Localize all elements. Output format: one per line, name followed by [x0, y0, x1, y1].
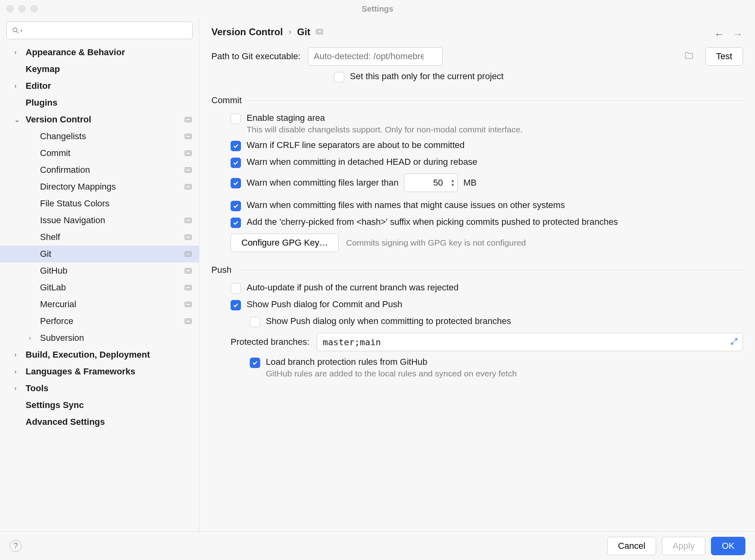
settings-sidebar: ▾ ›Appearance & BehaviorKeymap›EditorPlu…: [0, 18, 199, 531]
gpg-hint: Commits signing with GPG key is not conf…: [346, 238, 526, 248]
sidebar-item-label: Shelf: [40, 232, 60, 242]
cherry-suffix-checkbox[interactable]: [231, 218, 241, 228]
sidebar-item-plugins[interactable]: Plugins: [0, 94, 199, 111]
test-button[interactable]: Test: [705, 47, 743, 66]
sidebar-item-label: Mercurial: [40, 299, 76, 310]
sidebar-item-perforce[interactable]: Perforce: [0, 313, 199, 330]
scope-icon: [185, 268, 192, 274]
section-divider: [239, 270, 743, 270]
path-scope-checkbox[interactable]: [334, 72, 344, 82]
sidebar-item-tools[interactable]: ›Tools: [0, 380, 199, 397]
svg-rect-13: [186, 219, 190, 222]
scope-icon: [185, 251, 192, 257]
sidebar-item-github[interactable]: GitHub: [0, 262, 199, 279]
show-push-checkbox[interactable]: [231, 300, 241, 310]
git-path-label: Path to Git executable:: [211, 51, 301, 62]
sidebar-item-gitlab[interactable]: GitLab: [0, 279, 199, 296]
folder-icon[interactable]: [685, 52, 693, 62]
svg-rect-15: [186, 236, 190, 238]
sidebar-item-label: Subversion: [40, 333, 84, 343]
warn-names-checkbox[interactable]: [231, 201, 241, 211]
warn-large-value: 50: [433, 178, 443, 188]
sidebar-item-advanced-settings[interactable]: Advanced Settings: [0, 414, 199, 430]
scope-icon: [185, 117, 192, 122]
sidebar-item-label: File Status Colors: [40, 198, 110, 209]
chevron-right-icon: ›: [29, 334, 34, 342]
sidebar-item-label: Tools: [26, 383, 48, 394]
warn-detached-checkbox[interactable]: [231, 158, 241, 168]
sidebar-item-mercurial[interactable]: Mercurial: [0, 296, 199, 313]
titlebar: Settings: [0, 0, 755, 18]
sidebar-item-issue-navigation[interactable]: Issue Navigation: [0, 212, 199, 229]
scope-icon: [185, 184, 192, 190]
scope-icon: [185, 234, 192, 240]
sidebar-item-languages-frameworks[interactable]: ›Languages & Frameworks: [0, 363, 199, 380]
warn-detached-label: Warn when committing in detached HEAD or…: [247, 157, 477, 167]
nav-forward-icon[interactable]: →: [733, 28, 743, 40]
commit-section-title: Commit: [211, 95, 242, 106]
warn-crlf-checkbox[interactable]: [231, 141, 241, 151]
auto-update-checkbox[interactable]: [231, 283, 241, 294]
sidebar-item-label: Issue Navigation: [40, 215, 105, 226]
show-push-label: Show Push dialog for Commit and Push: [247, 299, 402, 310]
show-push-protected-checkbox[interactable]: [250, 317, 260, 327]
chevron-right-icon: ›: [14, 385, 20, 392]
chevron-right-icon: ›: [14, 368, 20, 375]
svg-rect-27: [317, 30, 321, 33]
load-github-checkbox[interactable]: [250, 358, 260, 368]
svg-rect-7: [186, 152, 190, 154]
sidebar-item-editor[interactable]: ›Editor: [0, 78, 199, 94]
scope-icon: [185, 150, 192, 156]
svg-rect-9: [186, 169, 190, 171]
settings-tree: ›Appearance & BehaviorKeymap›EditorPlugi…: [0, 44, 199, 430]
sidebar-item-label: Confirmation: [40, 165, 90, 175]
help-icon[interactable]: ?: [10, 540, 22, 552]
sidebar-item-build-execution-deployment[interactable]: ›Build, Execution, Deployment: [0, 346, 199, 363]
warn-large-checkbox[interactable]: [231, 178, 241, 188]
sidebar-item-label: Build, Execution, Deployment: [26, 350, 150, 360]
auto-update-label: Auto-update if push of the current branc…: [247, 282, 459, 293]
sidebar-item-git[interactable]: Git: [0, 246, 199, 262]
sidebar-item-label: Appearance & Behavior: [26, 47, 125, 58]
sidebar-item-shelf[interactable]: Shelf: [0, 229, 199, 246]
sidebar-item-directory-mappings[interactable]: Directory Mappings: [0, 178, 199, 195]
warn-large-value-input[interactable]: 50 ▲▼: [404, 174, 458, 192]
expand-icon[interactable]: [731, 337, 738, 347]
nav-back-icon[interactable]: ←: [714, 28, 725, 40]
sidebar-item-settings-sync[interactable]: Settings Sync: [0, 397, 199, 414]
sidebar-item-label: Settings Sync: [26, 400, 84, 410]
enable-staging-label: Enable staging area: [247, 113, 523, 123]
sidebar-item-label: Advanced Settings: [26, 417, 105, 427]
enable-staging-checkbox[interactable]: [231, 114, 241, 124]
protected-branches-input[interactable]: master;main: [317, 333, 743, 351]
search-input[interactable]: ▾: [6, 22, 193, 39]
protected-branches-value: master;main: [323, 337, 381, 347]
sidebar-item-subversion[interactable]: ›Subversion: [0, 330, 199, 346]
apply-button[interactable]: Apply: [662, 537, 705, 555]
enable-staging-hint: This will disable changelists support. O…: [247, 125, 523, 134]
cancel-button[interactable]: Cancel: [607, 537, 656, 555]
spinner-icon[interactable]: ▲▼: [451, 178, 455, 187]
warn-large-unit: MB: [463, 178, 476, 188]
svg-rect-21: [186, 286, 190, 289]
sidebar-item-appearance-behavior[interactable]: ›Appearance & Behavior: [0, 44, 199, 61]
sidebar-item-version-control[interactable]: ⌄Version Control: [0, 111, 199, 128]
scope-icon: [185, 318, 192, 324]
sidebar-item-file-status-colors[interactable]: File Status Colors: [0, 195, 199, 212]
configure-gpg-button[interactable]: Configure GPG Key…: [231, 234, 339, 252]
load-github-label: Load branch protection rules from GitHub: [266, 357, 517, 367]
ok-button[interactable]: OK: [711, 537, 745, 555]
sidebar-item-label: Plugins: [26, 98, 57, 108]
sidebar-item-commit[interactable]: Commit: [0, 145, 199, 162]
protected-branches-label: Protected branches:: [231, 337, 309, 347]
sidebar-item-changelists[interactable]: Changelists: [0, 128, 199, 145]
sidebar-item-keymap[interactable]: Keymap: [0, 61, 199, 78]
svg-rect-19: [186, 270, 190, 272]
breadcrumb-separator-icon: ›: [289, 27, 291, 37]
breadcrumb-parent[interactable]: Version Control: [211, 26, 283, 38]
sidebar-item-label: Perforce: [40, 316, 73, 326]
sidebar-item-confirmation[interactable]: Confirmation: [0, 162, 199, 178]
svg-line-1: [17, 32, 18, 33]
git-path-input[interactable]: [308, 47, 443, 66]
svg-rect-5: [186, 135, 190, 138]
